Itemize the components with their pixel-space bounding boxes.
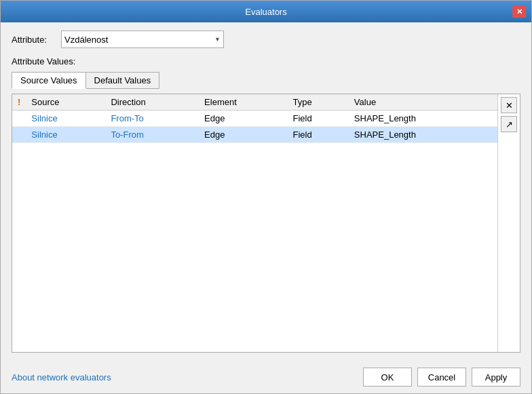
apply-button[interactable]: Apply (472, 368, 520, 387)
row2-direction: To-From (105, 127, 199, 143)
table-container: ! Source Direction Element Type Value Si… (12, 94, 497, 352)
attribute-label: Attribute: (12, 35, 56, 45)
attribute-select-wrapper: Vzdálenost (61, 31, 224, 48)
row1-source: Silnice (26, 111, 105, 127)
tab-source-values[interactable]: Source Values (12, 72, 86, 89)
dialog-body: Attribute: Vzdálenost Attribute Values: … (1, 22, 531, 361)
col-header-icon: ! (12, 94, 26, 111)
row1-value: SHAPE_Length (349, 111, 497, 127)
attribute-values-label: Attribute Values: (12, 56, 520, 66)
row2-element: Edge (199, 127, 287, 143)
title-bar: Evaluators ✕ (1, 1, 531, 22)
footer-buttons: OK Cancel Apply (363, 368, 520, 387)
row1-icon (12, 111, 26, 127)
col-header-type: Type (287, 94, 348, 111)
row1-type: Field (287, 111, 348, 127)
col-header-source: Source (26, 94, 105, 111)
attribute-row: Attribute: Vzdálenost (12, 31, 520, 48)
window-title: Evaluators (20, 7, 512, 17)
evaluators-table: ! Source Direction Element Type Value Si… (12, 94, 497, 143)
row2-icon (12, 127, 26, 143)
row2-type: Field (287, 127, 348, 143)
col-header-direction: Direction (105, 94, 199, 111)
about-link[interactable]: About network evaluators (12, 372, 111, 382)
close-button[interactable]: ✕ (512, 5, 526, 18)
table-panel: ! Source Direction Element Type Value Si… (12, 94, 520, 353)
table-row[interactable]: Silnice To-From Edge Field SHAPE_Length (12, 127, 497, 143)
remove-row-button[interactable]: ✕ (501, 97, 517, 113)
row1-direction: From-To (105, 111, 199, 127)
row2-value: SHAPE_Length (349, 127, 497, 143)
table-header-row: ! Source Direction Element Type Value (12, 94, 497, 111)
table-row[interactable]: Silnice From-To Edge Field SHAPE_Length (12, 111, 497, 127)
col-header-value: Value (349, 94, 497, 111)
dialog-footer: About network evaluators OK Cancel Apply (1, 361, 531, 393)
tabs-row: Source Values Default Values (12, 72, 520, 89)
col-header-element: Element (199, 94, 287, 111)
ok-button[interactable]: OK (363, 368, 412, 387)
side-buttons: ✕ ↗ (497, 94, 520, 352)
tab-default-values[interactable]: Default Values (86, 72, 160, 89)
evaluators-dialog: Evaluators ✕ Attribute: Vzdálenost Attri… (0, 0, 532, 394)
export-button[interactable]: ↗ (501, 116, 517, 132)
cancel-button[interactable]: Cancel (417, 368, 466, 387)
row2-source: Silnice (26, 127, 105, 143)
row1-element: Edge (199, 111, 287, 127)
attribute-select[interactable]: Vzdálenost (61, 31, 224, 48)
